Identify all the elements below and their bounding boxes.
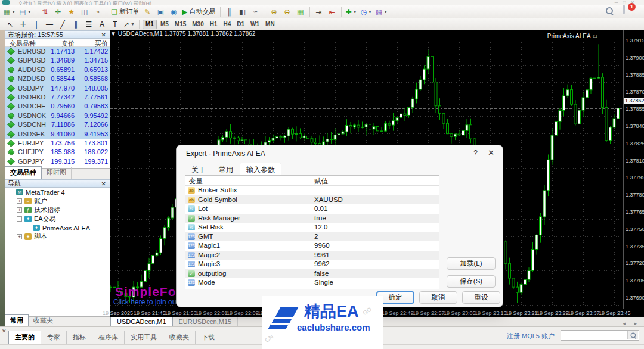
print-icon[interactable]: ▣: [154, 7, 166, 17]
mql5-register-link[interactable]: 注册 MQL5 账户: [507, 332, 555, 341]
tile-windows-icon[interactable]: ▦: [295, 7, 306, 17]
market-watch-tab[interactable]: 交易品种: [5, 166, 42, 179]
market-watch-row[interactable]: USDNOK 9.94666 9.95492: [5, 111, 110, 120]
candle-chart-icon[interactable]: ◧: [237, 7, 249, 17]
dropdown-arrow-icon[interactable]: ▼: [383, 10, 388, 14]
menu-item[interactable]: 帮助(H): [134, 1, 152, 5]
navigator-item[interactable]: − ✦ EA交易: [5, 214, 110, 223]
input-row[interactable]: ab Broker Suffix: [185, 186, 439, 195]
autotrading-icon[interactable]: ▶自动交易: [181, 7, 216, 17]
dropdown-arrow-icon[interactable]: ▼: [353, 10, 357, 14]
navigator-item[interactable]: M MetaTrader 4: [5, 188, 110, 197]
price-axis[interactable]: 1.379151.379001.378851.378701.378551.378…: [623, 30, 644, 309]
toolbar-search-icon[interactable]: [606, 7, 614, 15]
terminal-tab[interactable]: 程序库: [92, 331, 125, 344]
auto-scroll-icon[interactable]: ⇥: [313, 7, 325, 17]
menu-item[interactable]: 图表(C): [74, 1, 92, 5]
zoom-out-icon[interactable]: ⊖: [281, 7, 293, 17]
vline-icon[interactable]: |: [30, 19, 42, 30]
indicators-icon[interactable]: ✚▼: [345, 7, 358, 17]
chart-watermark-link[interactable]: Click here to join our: [113, 298, 178, 306]
dropdown-arrow-icon[interactable]: ▼: [368, 10, 372, 14]
market-watch-row[interactable]: CHFJPY 185.988 186.022: [5, 148, 110, 157]
metaeditor-icon[interactable]: ✎: [141, 7, 153, 17]
tree-expander-icon[interactable]: +: [17, 198, 22, 204]
profiles-icon[interactable]: ▤▼: [18, 7, 32, 17]
arrows-icon[interactable]: ↗▼: [122, 19, 136, 30]
market-watch-row[interactable]: EURJPY 173.756 173.801: [5, 139, 110, 148]
market-watch-row[interactable]: USDCHF 0.79560 0.79583: [5, 102, 110, 111]
market-watch-row[interactable]: EURUSD 1.17413 1.17432: [5, 47, 110, 56]
timeframe-D1[interactable]: D1: [234, 20, 247, 29]
community-icon[interactable]: ◉: [168, 7, 179, 17]
input-row[interactable]: ✓ outputlog false: [185, 269, 439, 279]
market-watch-row[interactable]: AUDUSD 0.65891 0.65913: [5, 66, 110, 74]
tree-expander-icon[interactable]: −: [17, 216, 22, 222]
market-watch-row[interactable]: USDCNH 7.11886 7.12066: [5, 120, 110, 129]
dropdown-arrow-icon[interactable]: ▼: [11, 10, 16, 14]
market-watch-row[interactable]: USDHKD 7.77342 7.77561: [5, 93, 110, 102]
templates-icon[interactable]: ▧▼: [374, 7, 389, 17]
zoom-in-icon[interactable]: ⊕: [268, 7, 280, 17]
input-row[interactable]: ab Gold Symbol XAUUSD: [185, 195, 439, 205]
terminal-tab[interactable]: 下载: [196, 331, 221, 344]
terminal-search-input[interactable]: [562, 331, 627, 339]
dialog-close-button[interactable]: ✕: [488, 148, 494, 157]
input-row[interactable]: 123 Magic3 9962: [185, 260, 439, 269]
crosshair-icon[interactable]: ✛: [17, 19, 29, 30]
market-watch-row[interactable]: USDSEK 9.41060 9.41953: [5, 130, 110, 139]
input-row[interactable]: 123 Magic1 9960: [185, 241, 439, 251]
bar-chart-icon[interactable]: ║: [224, 7, 236, 17]
dropdown-arrow-icon[interactable]: ▼: [131, 22, 135, 26]
navigator-item[interactable]: + ✦ 脚本: [5, 232, 110, 241]
market-watch-close-icon[interactable]: ✕: [100, 32, 107, 38]
menu-item[interactable]: 工具(T): [94, 1, 112, 5]
input-row[interactable]: ½ Lot 0.01: [185, 204, 439, 214]
new-order-icon[interactable]: ❏新订单: [110, 7, 141, 17]
channel-icon[interactable]: ∥: [70, 19, 82, 30]
market-watch-row[interactable]: USDJPY 147.970 148.005: [5, 84, 110, 93]
menu-item[interactable]: 插入(I): [57, 1, 73, 5]
text-icon[interactable]: A: [96, 19, 108, 30]
fibonacci-icon[interactable]: ☰: [83, 19, 95, 30]
navigator-tab[interactable]: 常用: [5, 314, 29, 327]
terminal-search-button[interactable]: [627, 331, 638, 339]
input-row[interactable]: 123 GMT 2: [185, 232, 439, 242]
navigator-tab[interactable]: 收藏夹: [29, 315, 58, 327]
cursor-icon[interactable]: ↖: [4, 19, 16, 30]
navigator-close-icon[interactable]: ✕: [100, 180, 107, 187]
chart-tab[interactable]: USDCADecn,M1: [110, 317, 173, 326]
terminal-tab[interactable]: 主要的: [8, 331, 41, 344]
timeframe-M5[interactable]: M5: [158, 20, 171, 29]
input-row[interactable]: 123 Mode Single: [185, 278, 439, 288]
window-controls[interactable]: ─□✕: [615, 0, 639, 5]
menu-item[interactable]: 显示(V): [37, 1, 55, 5]
menu-item[interactable]: 窗口(W): [113, 1, 132, 5]
timeframe-M30[interactable]: M30: [190, 20, 206, 29]
market-watch-tab[interactable]: 即时图: [42, 167, 72, 179]
reset-button[interactable]: 重设: [462, 291, 500, 304]
timeframe-M1[interactable]: M1: [143, 20, 157, 29]
tree-expander-icon[interactable]: +: [17, 207, 22, 213]
dialog-help-button[interactable]: ?: [473, 149, 478, 157]
data-window-icon[interactable]: ✛: [52, 7, 64, 17]
market-watch-row[interactable]: GBPJPY 199.315 199.371: [5, 157, 110, 166]
menu-item[interactable]: 文件(F): [18, 1, 36, 5]
input-row[interactable]: ✓ Risk Manager true: [185, 214, 439, 223]
timeframe-MN[interactable]: MN: [263, 20, 277, 29]
timeframe-H1[interactable]: H1: [208, 20, 220, 29]
terminal-icon[interactable]: ◫: [79, 7, 91, 17]
navigator-item[interactable]: ✦ PrimeAxis AI EA: [5, 223, 110, 232]
terminal-tab[interactable]: 指标: [67, 331, 92, 344]
market-watch-icon[interactable]: ⇅: [39, 7, 51, 17]
market-watch-column-header[interactable]: 交易品种 卖价 买价: [5, 39, 110, 47]
terminal-tab[interactable]: 专家: [41, 331, 67, 344]
timeframe-W1[interactable]: W1: [248, 20, 262, 29]
chat-icon[interactable]: 1: [623, 6, 633, 15]
timeframe-M15[interactable]: M15: [172, 20, 188, 29]
navigator-item[interactable]: + ≡ 账户: [5, 197, 110, 205]
timeframe-H4[interactable]: H4: [221, 20, 234, 29]
terminal-close-icon[interactable]: ✕: [2, 328, 7, 334]
input-row[interactable]: 123 Magic2 9961: [185, 251, 439, 260]
label-icon[interactable]: T: [109, 19, 121, 30]
